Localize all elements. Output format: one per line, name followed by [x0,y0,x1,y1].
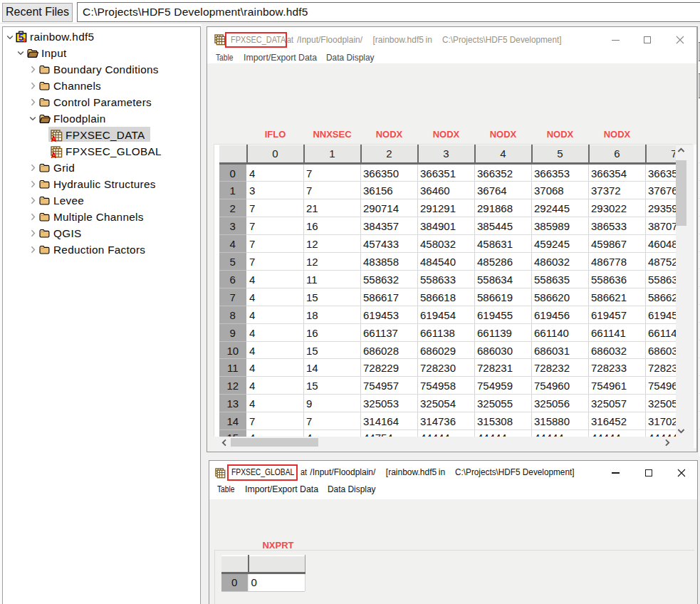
svg-text:A: A [51,151,56,158]
svg-text:8: 8 [23,38,26,43]
svg-text:A: A [51,135,56,142]
